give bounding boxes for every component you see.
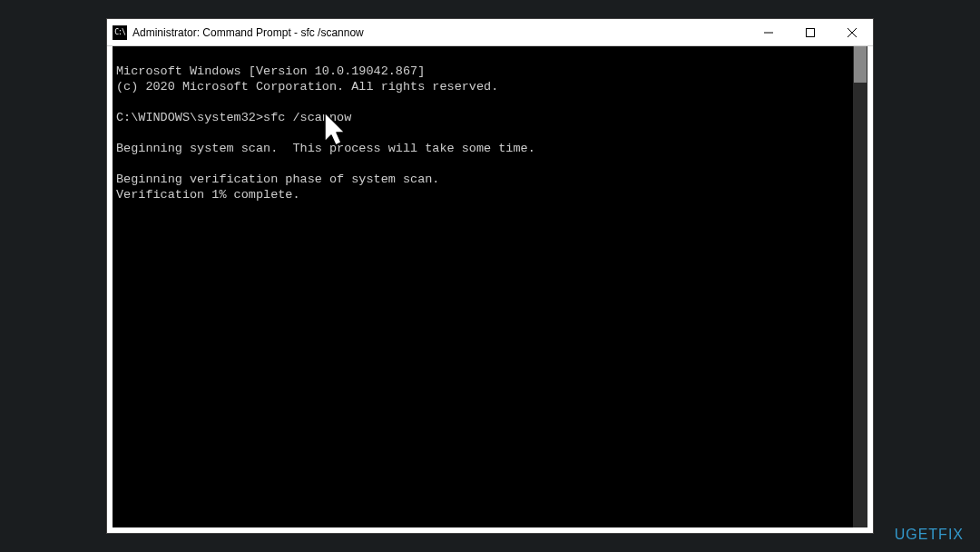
close-icon (848, 28, 857, 37)
console-prompt-line: C:\WINDOWS\system32>sfc /scannow (116, 111, 351, 124)
scrollbar-thumb[interactable] (854, 46, 867, 83)
command-prompt-window: C:\ Administrator: Command Prompt - sfc … (106, 18, 874, 534)
close-button[interactable] (831, 19, 873, 45)
console-line: Verification 1% complete. (116, 188, 300, 202)
console-line: Microsoft Windows [Version 10.0.19042.86… (116, 64, 425, 78)
watermark-text: UGETFIX (895, 527, 964, 543)
window-controls (748, 19, 873, 45)
svg-rect-1 (807, 28, 815, 36)
maximize-icon (806, 28, 815, 37)
cmd-icon: C:\ (113, 25, 127, 40)
console-line: (c) 2020 Microsoft Corporation. All righ… (116, 80, 498, 94)
console-line: Beginning system scan. This process will… (116, 142, 535, 155)
titlebar[interactable]: C:\ Administrator: Command Prompt - sfc … (107, 19, 873, 46)
minimize-button[interactable] (748, 19, 789, 45)
console-output[interactable]: Microsoft Windows [Version 10.0.19042.86… (113, 46, 867, 527)
console-line: Beginning verification phase of system s… (116, 172, 439, 186)
maximize-button[interactable] (789, 19, 831, 45)
minimize-icon (764, 28, 773, 37)
scrollbar[interactable] (853, 46, 867, 527)
window-title: Administrator: Command Prompt - sfc /sca… (132, 26, 748, 39)
